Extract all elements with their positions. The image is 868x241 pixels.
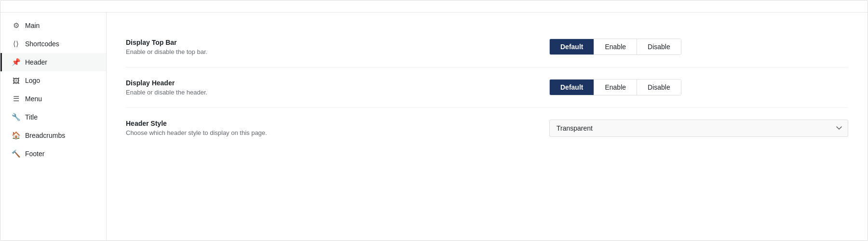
btn-group-display-top-bar: DefaultEnableDisable xyxy=(549,39,681,55)
sidebar-item-shortcodes[interactable]: ⟨⟩Shortcodes xyxy=(0,35,106,53)
setting-label-display-top-bar: Display Top Bar xyxy=(126,39,415,46)
setting-description-display-top-bar: Enable or disable the top bar. xyxy=(126,48,415,55)
sidebar-item-breadcrumbs[interactable]: 🏠Breadcrumbs xyxy=(0,126,106,145)
sidebar-item-menu[interactable]: ☰Menu xyxy=(0,90,106,108)
sidebar-item-logo[interactable]: 🖼Logo xyxy=(0,71,106,90)
btn-display-top-bar-default[interactable]: Default xyxy=(550,39,594,54)
footer-icon: 🔨 xyxy=(12,149,20,158)
sidebar-item-header[interactable]: 📌Header xyxy=(0,53,106,71)
setting-label-group-display-header: Display HeaderEnable or disable the head… xyxy=(126,79,415,96)
sidebar-label-main: Main xyxy=(25,22,40,29)
main-icon: ⚙ xyxy=(12,21,20,30)
sidebar-label-menu: Menu xyxy=(25,95,42,103)
content-area: ⚙Main⟨⟩Shortcodes📌Header🖼Logo☰Menu🔧Title… xyxy=(0,13,868,241)
shortcodes-icon: ⟨⟩ xyxy=(12,40,20,48)
title-icon: 🔧 xyxy=(12,113,20,121)
setting-control-header-style: DefaultTransparentTop MenuFull Screen xyxy=(549,120,848,137)
sidebar-item-title[interactable]: 🔧Title xyxy=(0,108,106,126)
panel-header xyxy=(0,0,868,13)
setting-label-display-header: Display Header xyxy=(126,79,415,87)
setting-control-display-top-bar: DefaultEnableDisable xyxy=(549,39,848,55)
oceanwp-settings-panel: ⚙Main⟨⟩Shortcodes📌Header🖼Logo☰Menu🔧Title… xyxy=(0,0,868,241)
setting-label-header-style: Header Style xyxy=(126,120,415,127)
setting-description-display-header: Enable or disable the header. xyxy=(126,89,415,96)
setting-control-display-header: DefaultEnableDisable xyxy=(549,79,848,95)
setting-row-display-top-bar: Display Top BarEnable or disable the top… xyxy=(126,27,848,67)
sidebar-label-breadcrumbs: Breadcrumbs xyxy=(25,132,65,139)
btn-display-header-disable[interactable]: Disable xyxy=(637,80,681,95)
btn-display-top-bar-enable[interactable]: Enable xyxy=(594,39,637,54)
setting-label-group-header-style: Header StyleChoose which header style to… xyxy=(126,120,415,136)
sidebar-label-title: Title xyxy=(25,113,38,121)
setting-label-group-display-top-bar: Display Top BarEnable or disable the top… xyxy=(126,39,415,55)
sidebar-label-footer: Footer xyxy=(25,150,44,158)
setting-row-display-header: Display HeaderEnable or disable the head… xyxy=(126,67,848,108)
btn-display-header-default[interactable]: Default xyxy=(550,80,594,95)
sidebar-item-main[interactable]: ⚙Main xyxy=(0,16,106,35)
btn-display-header-enable[interactable]: Enable xyxy=(594,80,637,95)
setting-description-header-style: Choose which header style to display on … xyxy=(126,129,415,136)
main-content: Display Top BarEnable or disable the top… xyxy=(107,13,868,241)
sidebar-item-footer[interactable]: 🔨Footer xyxy=(0,145,106,163)
logo-icon: 🖼 xyxy=(12,76,20,85)
sidebar-label-logo: Logo xyxy=(25,77,40,84)
btn-group-display-header: DefaultEnableDisable xyxy=(549,79,681,95)
breadcrumbs-icon: 🏠 xyxy=(12,131,20,140)
sidebar: ⚙Main⟨⟩Shortcodes📌Header🖼Logo☰Menu🔧Title… xyxy=(0,13,107,241)
header-icon: 📌 xyxy=(12,58,20,67)
setting-row-header-style: Header StyleChoose which header style to… xyxy=(126,108,848,148)
menu-icon: ☰ xyxy=(12,94,20,103)
btn-display-top-bar-disable[interactable]: Disable xyxy=(637,39,681,54)
sidebar-label-shortcodes: Shortcodes xyxy=(25,40,59,48)
select-header-style[interactable]: DefaultTransparentTop MenuFull Screen xyxy=(549,120,848,137)
sidebar-label-header: Header xyxy=(25,58,47,66)
